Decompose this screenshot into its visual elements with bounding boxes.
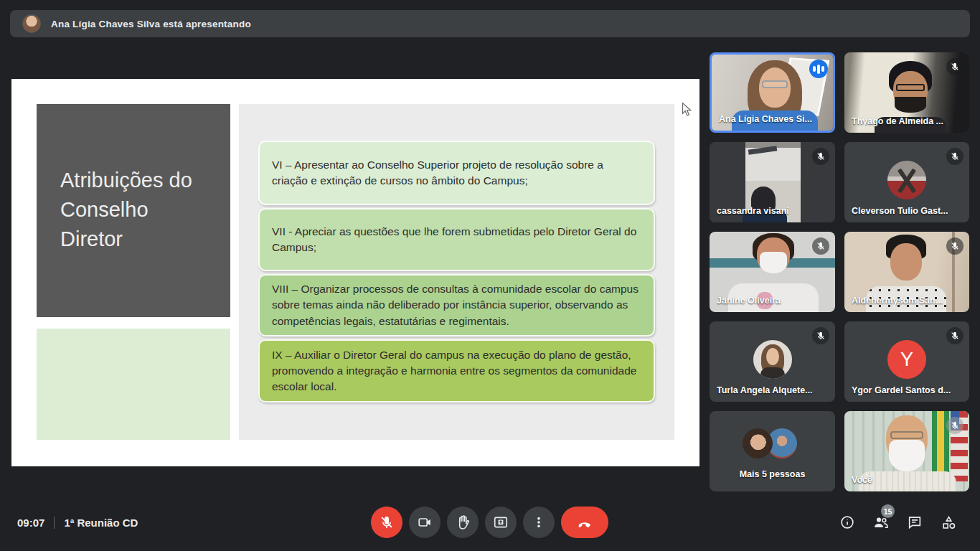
slide-accent-box <box>37 329 230 440</box>
tile-turla[interactable]: Turla Angela Alquete... <box>710 321 835 402</box>
meeting-info: 09:07 1ª Reunião CD <box>17 507 138 538</box>
presentation-slide[interactable]: Atribuições do Conselho Diretor VI – Apr… <box>11 79 699 466</box>
tile-cassandra[interactable]: cassandra visani <box>710 142 835 222</box>
tile-janine[interactable]: Janine Oliveira <box>710 232 835 312</box>
slide-item-viii: VIII – Organizar processos de consultas … <box>258 274 655 336</box>
speaking-indicator-icon <box>809 60 828 78</box>
camera-button[interactable] <box>409 507 440 538</box>
mic-off-icon <box>946 327 963 344</box>
participant-name: Turla Angela Alquete... <box>717 385 829 395</box>
meeting-panel-buttons: 15 <box>839 507 957 538</box>
participant-name: Ana Lígia Chaves Si... <box>719 114 827 124</box>
participant-name: Janine Oliveira <box>717 296 829 306</box>
more-options-button[interactable] <box>523 507 555 538</box>
avatar-circle: Y <box>887 340 926 379</box>
avatar-circle <box>753 340 792 379</box>
call-controls <box>371 507 608 538</box>
participant-name: Thyago de Almeida ... <box>852 116 963 126</box>
participant-name: Aldehermysom San... <box>852 296 963 306</box>
chat-button[interactable] <box>906 514 923 531</box>
participant-count-badge: 15 <box>881 504 895 518</box>
meet-window: Ana Lígia Chaves Silva está apresentando… <box>0 0 980 551</box>
mic-off-icon <box>946 58 963 75</box>
tile-aldehermysom[interactable]: Aldehermysom San... <box>844 232 969 312</box>
slide-item-vii: VII - Apreciar as questões que lhe forem… <box>258 208 655 271</box>
tile-more-people[interactable]: Mais 5 pessoas <box>710 411 835 491</box>
end-call-button[interactable] <box>561 507 608 538</box>
meeting-name: 1ª Reunião CD <box>64 517 138 529</box>
participant-name: Cleverson Tulio Gast... <box>852 206 963 216</box>
slide-item-vi: VI – Apresentar ao Conselho Superior pro… <box>258 141 655 205</box>
slide-content-panel: VI – Apresentar ao Conselho Superior pro… <box>239 104 674 440</box>
tile-ygor[interactable]: Y Mais 5 pessoas Ygor Gardel Santos d... <box>844 321 969 402</box>
mic-off-icon <box>812 148 829 165</box>
activities-button[interactable] <box>940 514 957 531</box>
divider <box>54 517 55 529</box>
mouse-cursor <box>682 102 692 117</box>
participant-grid: Ana Lígia Chaves Si... Thyago de Almeida… <box>710 52 969 491</box>
tile-thyago[interactable]: Thyago de Almeida ... <box>844 52 969 133</box>
mic-off-icon <box>946 148 963 165</box>
mic-off-icon <box>946 417 963 434</box>
meeting-details-button[interactable] <box>839 514 856 531</box>
clock: 09:07 <box>17 517 44 529</box>
participants-button[interactable]: 15 <box>872 514 890 531</box>
slide-title-box: Atribuições do Conselho Diretor <box>37 104 230 317</box>
present-screen-button[interactable] <box>485 507 517 538</box>
avatar-circle <box>887 161 926 199</box>
raise-hand-button[interactable] <box>447 507 479 538</box>
avatar-letter: Y <box>900 349 913 371</box>
presenter-avatar <box>22 14 41 33</box>
mic-off-icon <box>946 237 963 255</box>
participant-name: Você <box>852 475 963 485</box>
mic-off-icon <box>812 237 829 255</box>
mic-mute-button[interactable] <box>371 507 402 538</box>
more-people-label: Mais 5 pessoas <box>710 469 835 479</box>
slide-item-ix: IX – Auxiliar o Diretor Geral do campus … <box>258 339 655 402</box>
tile-you[interactable]: Você <box>844 411 969 491</box>
presenting-banner: Ana Lígia Chaves Silva está apresentando <box>10 10 970 37</box>
more-people-avatars <box>710 411 835 491</box>
slide-title: Atribuições do Conselho Diretor <box>37 104 207 255</box>
tile-ana-ligia[interactable]: Ana Lígia Chaves Si... <box>710 52 835 133</box>
mic-off-icon <box>812 327 829 344</box>
tile-cleverson[interactable]: Cleverson Tulio Gast... <box>844 142 969 222</box>
participant-name: cassandra visani <box>717 206 829 216</box>
participant-name: Ygor Gardel Santos d... <box>852 385 963 395</box>
presenting-text: Ana Lígia Chaves Silva está apresentando <box>51 19 251 29</box>
